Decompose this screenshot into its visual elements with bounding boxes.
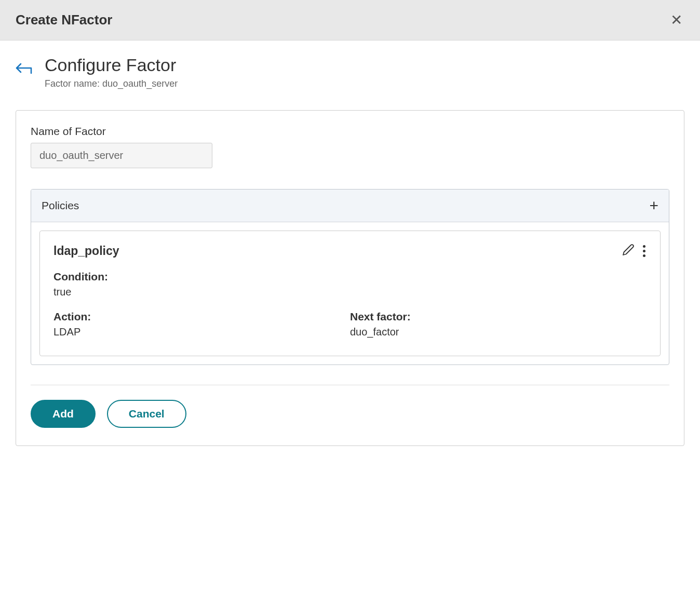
button-row: Add Cancel — [31, 400, 669, 428]
page-header-text: Configure Factor Factor name: duo_oauth_… — [45, 55, 178, 89]
policy-card: ldap_policy Condition: — [39, 231, 661, 356]
policy-name: ldap_policy — [53, 244, 119, 258]
policy-action-row: Action: LDAP Next factor: duo_factor — [53, 310, 647, 338]
page-title: Configure Factor — [45, 55, 178, 75]
page-header: Configure Factor Factor name: duo_oauth_… — [0, 40, 700, 95]
policy-action-field: Action: LDAP — [53, 310, 350, 338]
policy-actions — [622, 244, 647, 258]
dialog-title: Create NFactor — [16, 12, 112, 28]
content-card: Name of Factor Policies + ldap_policy — [16, 110, 684, 446]
policy-condition-row: Condition: true — [53, 271, 647, 298]
back-arrow-icon[interactable] — [16, 55, 34, 78]
nextfactor-value: duo_factor — [350, 326, 647, 338]
action-value: LDAP — [53, 326, 350, 338]
edit-icon[interactable] — [622, 244, 635, 258]
cancel-button[interactable]: Cancel — [107, 400, 186, 428]
add-button[interactable]: Add — [31, 400, 96, 428]
nextfactor-label: Next factor: — [350, 310, 647, 323]
more-icon[interactable] — [642, 244, 647, 258]
condition-label: Condition: — [53, 271, 647, 283]
divider — [31, 385, 669, 385]
policy-nextfactor-field: Next factor: duo_factor — [350, 310, 647, 338]
add-policy-icon[interactable]: + — [649, 198, 658, 213]
subtitle-prefix: Factor name: — [45, 78, 102, 89]
policy-card-header: ldap_policy — [53, 244, 647, 258]
policies-title: Policies — [42, 199, 79, 212]
name-of-factor-input[interactable] — [31, 143, 212, 168]
policies-section: Policies + ldap_policy — [31, 189, 669, 365]
policies-header: Policies + — [31, 190, 669, 222]
close-icon[interactable]: ✕ — [668, 11, 684, 29]
policy-condition-field: Condition: true — [53, 271, 647, 298]
policies-body: ldap_policy Condition: — [31, 222, 669, 365]
name-of-factor-label: Name of Factor — [31, 125, 669, 138]
action-label: Action: — [53, 310, 350, 323]
condition-value: true — [53, 286, 647, 298]
title-bar: Create NFactor ✕ — [0, 0, 700, 40]
page-subtitle: Factor name: duo_oauth_server — [45, 78, 178, 89]
subtitle-value: duo_oauth_server — [102, 78, 178, 89]
